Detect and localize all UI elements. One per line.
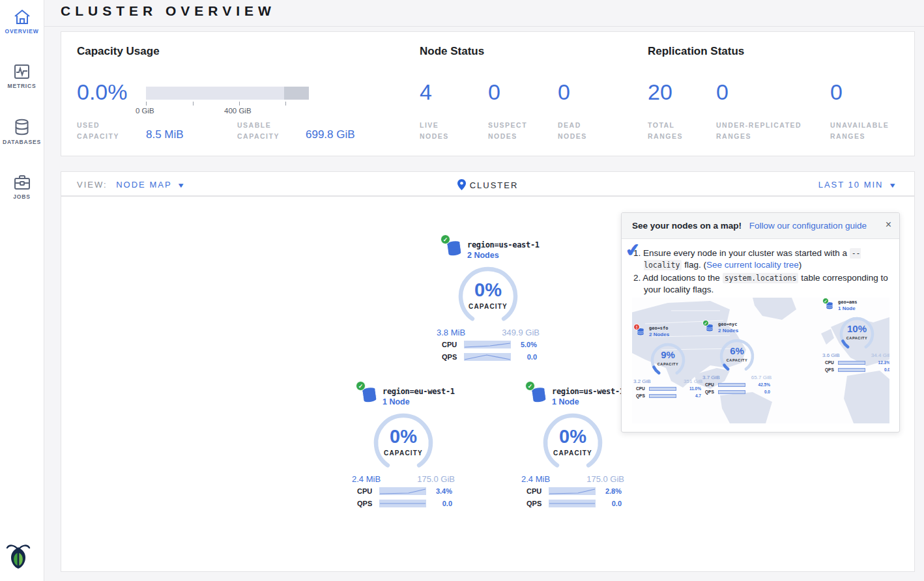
- capacity-tick-label-0: 0 GiB: [136, 107, 154, 115]
- sidebar-item-jobs[interactable]: JOBS: [0, 167, 44, 200]
- locality-tree-link[interactable]: See current locality tree: [706, 260, 799, 270]
- capacity-label: CAPACITY: [648, 362, 687, 366]
- nodes-link[interactable]: 1 Node: [552, 397, 579, 406]
- capacity-percent: 0%: [371, 426, 436, 447]
- qps-value: 0.0: [612, 500, 622, 507]
- status-ok-icon: ✓: [356, 381, 366, 391]
- popup-title: See your nodes on a map!: [632, 221, 742, 231]
- node-group-us-west-1[interactable]: ✓ region=us-west-1 1 Node 0% CAPACITY 2.…: [517, 383, 628, 509]
- node-group-us-east-1[interactable]: ✓ region=us-east-1 2 Nodes 0% CAPACITY 3…: [433, 236, 543, 363]
- map-pin-icon: [457, 179, 466, 192]
- qps-value: 0.0: [527, 353, 537, 361]
- popup-step-1: 1. Ensure every node in your cluster was…: [633, 248, 889, 271]
- cpu-sparkline: [649, 387, 676, 391]
- capacity-percent: 10%: [837, 323, 876, 334]
- qps-sparkline: [649, 394, 676, 398]
- locality-breadcrumb[interactable]: CLUSTER: [61, 179, 914, 192]
- used-capacity: 3.2 GiB: [633, 378, 651, 384]
- cpu-sparkline: [838, 361, 865, 365]
- capacity-percent: 0%: [455, 279, 521, 301]
- node-group-header: ✓ region=us-west-1 1 Node: [517, 383, 628, 408]
- unavailable-ranges-label: UNAVAILABLE RANGES: [830, 120, 889, 142]
- locality-name: geo=ams: [838, 300, 858, 305]
- nodes-count: 2 Nodes: [718, 328, 738, 333]
- used-capacity: 2.4 MiB: [521, 474, 550, 484]
- nodes-link[interactable]: 1 Node: [383, 397, 410, 406]
- metrics-icon: [0, 64, 44, 79]
- page-title: CLUSTER OVERVIEW: [61, 3, 276, 19]
- nodes-count: 1 Node: [838, 305, 856, 311]
- sidebar-item-label: DATABASES: [0, 139, 44, 145]
- qps-sparkline: [379, 500, 426, 507]
- cpu-row: CPU 2.8%: [517, 487, 628, 497]
- cockroachdb-logo: [5, 542, 31, 572]
- usable-capacity-label: USABLE CAPACITY: [237, 120, 280, 142]
- node-map-config-popup: See your nodes on a map! Follow our conf…: [621, 212, 900, 432]
- cpu-value: 11.0%: [689, 386, 701, 391]
- capacity-gauge: 0% CAPACITY: [455, 261, 521, 326]
- configuration-guide-link[interactable]: Follow our configuration guide: [749, 221, 867, 231]
- locality-name: geo=nyc: [718, 322, 738, 327]
- popup-header: See your nodes on a map! Follow our conf…: [622, 213, 899, 239]
- capacity-label: CAPACITY: [371, 449, 436, 457]
- capacity-percent: 0%: [540, 426, 605, 447]
- used-capacity: 3.7 GiB: [702, 375, 720, 380]
- suspect-nodes-label: SUSPECT NODES: [488, 120, 527, 142]
- dead-nodes-value: 0: [558, 79, 570, 105]
- unavailable-ranges-value: 0: [830, 79, 843, 105]
- node-status-title: Node Status: [420, 45, 484, 58]
- status-warning-icon: !: [633, 324, 640, 330]
- total-capacity: 349.9 GiB: [502, 328, 540, 337]
- qps-row: QPS 0.0: [433, 352, 543, 363]
- total-capacity: 34.4 GiB: [871, 352, 889, 358]
- locality-name: geo=sfo: [649, 326, 669, 331]
- sidebar-item-databases[interactable]: DATABASES: [0, 111, 44, 145]
- qps-sparkline: [838, 368, 865, 372]
- cpu-value: 5.0%: [521, 341, 537, 348]
- total-capacity: 175.0 GiB: [417, 474, 455, 484]
- qps-value: 0.0: [884, 367, 889, 372]
- qps-row: QPS 0.0: [348, 499, 459, 509]
- chevron-down-icon: ▼: [888, 182, 898, 189]
- popup-step-2: 2. Add locations to the system.locations…: [633, 272, 889, 296]
- qps-value: 4.7: [695, 393, 701, 398]
- capacity-tick: [239, 102, 240, 106]
- qps-label: QPS: [442, 353, 457, 361]
- capacity-tick: [193, 102, 194, 106]
- node-group-eu-west-1[interactable]: ✓ region=eu-west-1 1 Node 0% CAPACITY 2.…: [348, 383, 459, 509]
- cpu-label: CPU: [636, 386, 645, 391]
- region-label: region=us-east-1: [467, 240, 540, 249]
- time-range-value[interactable]: LAST 10 MIN: [818, 180, 884, 190]
- used-capacity: 3.8 MiB: [437, 328, 465, 337]
- live-nodes-value: 4: [420, 79, 432, 105]
- capacity-gauge: 0% CAPACITY: [540, 408, 605, 473]
- capacity-tick: [146, 102, 147, 106]
- sidebar-item-overview[interactable]: OVERVIEW: [0, 1, 44, 35]
- region-label: region=us-west-1: [552, 387, 624, 396]
- capacity-percent: 9%: [648, 349, 687, 360]
- capacity-label: CAPACITY: [540, 449, 605, 457]
- qps-label: QPS: [527, 500, 541, 507]
- capacity-gauge: 9% CAPACITY: [648, 339, 687, 378]
- time-range-selector[interactable]: LAST 10 MIN ▼: [818, 180, 897, 190]
- nodes-count: 2 Nodes: [649, 332, 669, 337]
- capacity-percent: 6%: [717, 345, 757, 356]
- nodes-link[interactable]: 2 Nodes: [467, 251, 499, 260]
- capacity-label: CAPACITY: [455, 303, 521, 310]
- under-replicated-ranges-value: 0: [716, 79, 729, 105]
- qps-sparkline: [464, 353, 511, 361]
- sidebar-item-label: METRICS: [0, 83, 44, 89]
- close-icon[interactable]: ×: [886, 219, 891, 231]
- capacity-label: CAPACITY: [717, 358, 757, 362]
- database-icon: [0, 119, 44, 135]
- step-done-check-icon: ✔: [625, 244, 641, 257]
- total-ranges-label: TOTAL RANGES: [648, 120, 683, 142]
- used-capacity-value: 8.5 MiB: [146, 128, 184, 141]
- capacity-used-percent: 0.0%: [77, 79, 128, 105]
- capacity-tick: [285, 102, 286, 106]
- sidebar-item-label: JOBS: [0, 193, 44, 200]
- capacity-bar: [146, 87, 309, 100]
- cpu-label: CPU: [527, 487, 541, 495]
- node-group-header: ✓ region=us-east-1 2 Nodes: [433, 236, 543, 261]
- sidebar-item-metrics[interactable]: METRICS: [0, 56, 44, 89]
